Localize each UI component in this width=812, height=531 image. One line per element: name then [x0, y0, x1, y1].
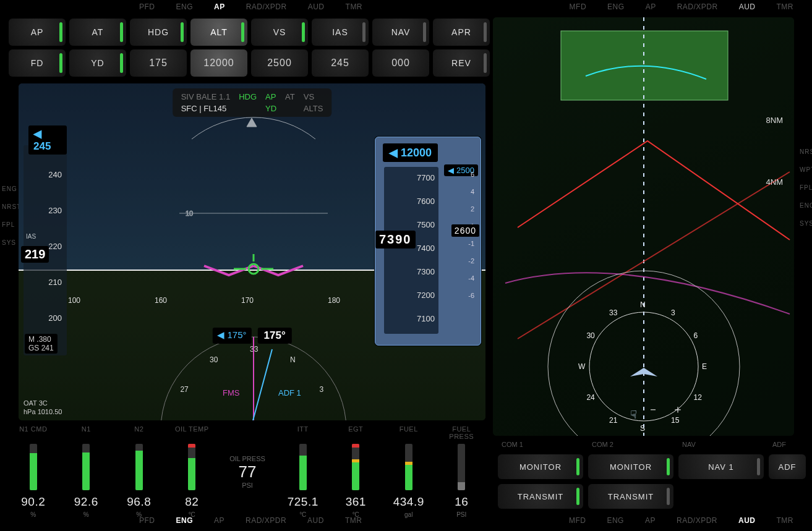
btab-ap-r[interactable]: AP	[645, 516, 656, 530]
fma-annunciator: SIV BALE 1.1 SFC | FL145 HDG AP YD AT VS…	[173, 88, 332, 117]
btab-tmr-r[interactable]: TMR	[777, 516, 794, 530]
asi-tick: 220	[48, 242, 62, 251]
ap-value-1-3[interactable]: 12000	[190, 49, 247, 77]
tab-eng-r[interactable]: ENG	[607, 2, 625, 16]
svg-text:E: E	[702, 362, 707, 371]
svg-text:S: S	[640, 424, 645, 433]
tab-aud[interactable]: AUD	[308, 2, 325, 16]
adf-button[interactable]: ADF	[769, 454, 806, 479]
nav1-button[interactable]: NAV 1	[678, 454, 764, 479]
btab-aud-r[interactable]: AUD	[738, 516, 756, 530]
svg-text:3: 3	[671, 308, 675, 317]
multi-function-display[interactable]: N36E1215S2124W3033 － ＋ ☟ 8NM 4NM	[493, 17, 794, 436]
com2-transmit-button[interactable]: TRANSMIT	[588, 484, 673, 509]
ap-alt-button[interactable]: ALT	[190, 19, 247, 46]
alt-tick: 7500	[417, 220, 435, 229]
ap-hdg-button[interactable]: HDG	[130, 19, 187, 46]
ap-vs-button[interactable]: VS	[251, 19, 308, 46]
engine-strip: N1 CMD90.2%N192.6%N296.8%OIL TEMP82°COIL…	[12, 425, 482, 518]
ap-at-button[interactable]: AT	[69, 19, 126, 46]
fma-hdg: HDG	[239, 92, 257, 101]
vs-readout: 2600	[451, 224, 479, 237]
eng-gauge-fuel-press: FUELPRESS16PSI	[441, 425, 483, 518]
heading-readout: ◀ 175° 175°	[212, 328, 291, 344]
primary-flight-display: SIV BALE 1.1 SFC | FL145 HDG AP YD AT VS…	[19, 83, 485, 420]
mfd-top-tabs: MFD ENG AP RAD/XPDR AUD TMR	[570, 2, 793, 16]
tab-tmr[interactable]: TMR	[346, 2, 363, 16]
map-zoom-controls: － ＋	[647, 403, 683, 415]
st-sys-r[interactable]: SYS	[800, 220, 811, 227]
btab-tmr[interactable]: TMR	[345, 516, 362, 530]
heading-bug[interactable]: ◀ 175°	[212, 328, 251, 344]
altitude-tape-popup[interactable]: ◀ 12000 7700760075007400730072007100 739…	[375, 137, 481, 346]
btab-rad[interactable]: RAD/XPDR	[246, 516, 286, 530]
btab-ap[interactable]: AP	[214, 516, 224, 530]
ap-value-1-2[interactable]: 175	[130, 49, 187, 77]
svg-text:30: 30	[210, 355, 218, 364]
hsi-fms-label: FMS	[223, 388, 240, 397]
btab-rad-r[interactable]: RAD/XPDR	[677, 516, 717, 530]
ap-apr-button[interactable]: APR	[433, 19, 490, 46]
st-wpt-r[interactable]: WPT	[800, 166, 811, 173]
svg-text:3: 3	[320, 385, 324, 394]
st-sys[interactable]: SYS	[2, 239, 13, 246]
altitude-target: ◀ 12000	[383, 143, 438, 162]
eng-gauge-itt: ITT725.1°C	[282, 425, 324, 518]
airspeed-target: ◀ 245	[28, 125, 67, 155]
cursor-icon: ☟	[630, 408, 637, 422]
tab-aud-r[interactable]: AUD	[739, 2, 756, 16]
com1-transmit-button[interactable]: TRANSMIT	[498, 484, 583, 509]
ap-nav-button[interactable]: NAV	[372, 19, 429, 46]
zoom-in-icon[interactable]: ＋	[672, 403, 683, 415]
ap-ias-button[interactable]: IAS	[312, 19, 369, 46]
heading-current: 175°	[258, 328, 292, 344]
ap-yd-button[interactable]: YD	[69, 49, 126, 77]
airspeed-tape[interactable]: ◀ 245 240230220210200 219 IAS	[24, 145, 67, 355]
tab-mfd[interactable]: MFD	[570, 2, 587, 16]
ap-value-1-4[interactable]: 2500	[251, 49, 308, 77]
btab-pfd[interactable]: PFD	[139, 516, 155, 530]
com1-monitor-button[interactable]: MONITOR	[498, 454, 583, 479]
eng-gauge-n1: N192.6%	[66, 425, 108, 518]
autopilot-panel: APATHDGALTVSIASNAVAPRFDYD175120002500245…	[9, 19, 490, 77]
mfd-side-tabs: NRST WPT FPL ENG SYS	[800, 148, 811, 227]
ap-fd-button[interactable]: FD	[9, 49, 66, 77]
pfd-footer: OAT 3C hPa 1010.50	[24, 398, 62, 415]
tab-ap-r[interactable]: AP	[646, 2, 656, 16]
ap-value-1-6[interactable]: 000	[372, 49, 429, 77]
altitude-readout: 7390	[375, 231, 416, 249]
svg-text:100: 100	[68, 296, 80, 305]
st-nrst-r[interactable]: NRST	[800, 148, 811, 155]
st-fpl[interactable]: FPL	[2, 221, 13, 228]
altitude-tape[interactable]: 7700760075007400730072007100	[384, 167, 438, 334]
tab-pfd[interactable]: PFD	[139, 2, 155, 16]
ap-rev-button[interactable]: REV	[433, 49, 490, 77]
btab-eng[interactable]: ENG	[176, 516, 194, 530]
st-eng[interactable]: ENG	[2, 185, 13, 192]
fma-vs: VS	[304, 92, 323, 101]
st-eng-r[interactable]: ENG	[800, 202, 811, 209]
adf-label: ADF	[772, 441, 806, 448]
btab-eng-r[interactable]: ENG	[607, 516, 624, 530]
svg-point-3	[249, 264, 259, 274]
btab-aud[interactable]: AUD	[307, 516, 324, 530]
tab-rad-r[interactable]: RAD/XPDR	[677, 2, 718, 16]
st-fpl-r[interactable]: FPL	[800, 184, 811, 191]
svg-text:30: 30	[586, 331, 595, 340]
ap-ap-button[interactable]: AP	[9, 19, 66, 46]
btab-mfd[interactable]: MFD	[569, 516, 586, 530]
tab-ap[interactable]: AP	[214, 2, 225, 16]
svg-text:N: N	[290, 355, 296, 364]
zoom-out-icon[interactable]: －	[647, 403, 659, 415]
asi-tick: 230	[48, 206, 62, 215]
st-nrst[interactable]: NRST	[2, 203, 13, 210]
com2-monitor-button[interactable]: MONITOR	[588, 454, 673, 479]
eng-gauge-egt: EGT361°C	[335, 425, 377, 518]
tab-rad[interactable]: RAD/XPDR	[246, 2, 287, 16]
tab-tmr-r[interactable]: TMR	[777, 2, 794, 16]
tab-eng[interactable]: ENG	[176, 2, 194, 16]
ap-value-1-5[interactable]: 245	[312, 49, 369, 77]
nav-map[interactable]: N36E1215S2124W3033 － ＋	[493, 17, 794, 436]
eng-gauge-fuel: FUEL434.9gal	[388, 425, 430, 518]
vs-tape[interactable]: 6421-1-2-4-6	[448, 164, 477, 319]
